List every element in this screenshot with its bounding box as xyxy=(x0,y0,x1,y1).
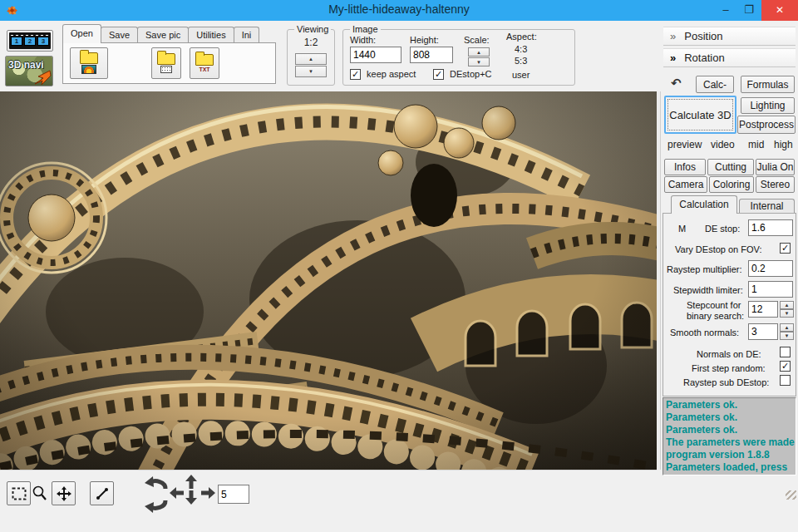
normals-on-de-label: Normals on DE: xyxy=(697,349,761,359)
chevron-double-icon: » xyxy=(670,30,676,42)
height-label: Height: xyxy=(410,35,439,45)
arrow-down-icon[interactable] xyxy=(185,490,197,505)
stepcount-label-line1: Stepcount for xyxy=(687,300,741,310)
maximize-button[interactable]: ❐ xyxy=(736,0,761,21)
height-input[interactable] xyxy=(410,47,453,63)
raystep-sub-destop-label: Raystep sub DEstop: xyxy=(683,377,769,387)
rotate-ccw-icon[interactable] xyxy=(143,475,168,514)
quality-mid-label[interactable]: mid xyxy=(748,139,764,150)
stepcount-label-line2: binary search: xyxy=(687,311,744,321)
tab-save[interactable]: Save xyxy=(101,27,138,44)
zoom-select-button[interactable] xyxy=(7,481,31,505)
viewing-group-label: Viewing xyxy=(294,24,331,34)
raystep-multiplier-label: Raystep multiplier: xyxy=(667,264,741,274)
scale-label: Scale: xyxy=(464,35,490,45)
close-button[interactable]: ✕ xyxy=(761,0,798,21)
de-stop-input[interactable] xyxy=(748,219,793,236)
lighting-button[interactable]: Lighting xyxy=(741,97,795,114)
resize-grip[interactable] xyxy=(786,490,796,500)
spin-up-icon: ▲ xyxy=(785,303,790,308)
undo-button[interactable]: ↶ xyxy=(671,76,682,91)
coloring-button[interactable]: Coloring xyxy=(709,176,754,193)
chevron-double-icon: » xyxy=(670,52,676,64)
folder-icon xyxy=(157,53,175,65)
arrow-up-icon[interactable] xyxy=(185,475,197,489)
titlebar[interactable]: My-little-hideaway-haltenny – ❐ ✕ xyxy=(0,0,798,21)
minimize-button[interactable]: – xyxy=(713,0,738,21)
tab-utilities[interactable]: Utilities xyxy=(188,27,234,44)
aspect-option-5-3[interactable]: 5:3 xyxy=(515,56,527,66)
position-header[interactable]: »Position xyxy=(663,27,796,46)
tab-calculation[interactable]: Calculation xyxy=(671,195,737,214)
film-frame-3: 3 xyxy=(37,37,49,46)
image-group-label: Image xyxy=(350,24,381,34)
calc-minus-button[interactable]: Calc- xyxy=(696,76,734,93)
spin-up-icon: ▲ xyxy=(308,57,313,62)
width-label: Width: xyxy=(350,35,376,45)
navi-3d-button[interactable]: 3D navi xyxy=(5,56,53,86)
vary-destop-checkbox[interactable]: ✓ xyxy=(780,243,791,254)
step-size-input[interactable] xyxy=(218,485,249,504)
open-parameter-button[interactable] xyxy=(151,47,181,79)
status-line: The parameters were made with xyxy=(666,436,793,449)
diagonal-line-icon xyxy=(95,486,110,501)
quality-preview-label[interactable]: preview xyxy=(667,139,702,150)
open-image-button[interactable] xyxy=(70,47,108,79)
film-frame-1: 1 xyxy=(11,37,22,46)
animation-frames-button[interactable]: 1 2 3 xyxy=(7,30,53,52)
cutting-button[interactable]: Cutting xyxy=(707,159,754,175)
rotation-header[interactable]: »Rotation xyxy=(663,48,796,67)
infos-button[interactable]: Infos xyxy=(664,159,706,175)
stereo-button[interactable]: Stereo xyxy=(756,176,795,193)
camera-button[interactable]: Camera xyxy=(664,176,707,193)
first-step-random-checkbox[interactable]: ✓ xyxy=(780,361,791,372)
aspect-option-user[interactable]: user xyxy=(512,70,530,80)
smooth-normals-label: Smooth normals: xyxy=(670,328,739,337)
check-icon: ✓ xyxy=(781,361,789,372)
app-window: My-little-hideaway-haltenny – ❐ ✕ 1 2 3 … xyxy=(0,0,798,532)
quality-high-label[interactable]: high xyxy=(774,139,793,150)
tab-open[interactable]: Open xyxy=(62,24,101,43)
filmstrip-icon: 1 2 3 xyxy=(9,32,51,49)
quality-video-label[interactable]: video xyxy=(711,139,735,150)
viewing-spin-down-button[interactable]: ▼ xyxy=(295,66,327,77)
raystep-sub-destop-checkbox[interactable] xyxy=(780,375,791,386)
normals-on-de-checkbox[interactable] xyxy=(780,347,791,357)
keep-aspect-checkbox[interactable]: ✓ xyxy=(350,69,361,80)
fractal-render[interactable] xyxy=(0,91,657,470)
viewing-ratio-value: 1:2 xyxy=(288,37,334,48)
stepcount-spin-up-button[interactable]: ▲ xyxy=(780,301,794,309)
smooth-spin-down-button[interactable]: ▼ xyxy=(780,332,794,340)
arrow-right-icon[interactable] xyxy=(201,487,215,499)
status-line: Parameters ok. xyxy=(666,424,793,436)
move-view-button[interactable] xyxy=(52,481,76,505)
arrow-left-icon[interactable] xyxy=(170,487,184,499)
step-line-button[interactable] xyxy=(90,481,114,505)
raystep-multiplier-input[interactable] xyxy=(748,260,793,277)
folder-icon xyxy=(80,52,98,64)
destop-c-checkbox[interactable]: ✓ xyxy=(433,69,444,80)
stepcount-input[interactable] xyxy=(748,301,778,318)
tab-ini[interactable]: Ini xyxy=(234,27,260,44)
postprocess-button[interactable]: Postprocess xyxy=(737,116,796,134)
navi-arrow-icon xyxy=(30,69,52,86)
spin-up-icon: ▲ xyxy=(476,50,481,55)
open-text-button[interactable]: TXT xyxy=(190,47,219,79)
status-line: Parameters loaded, press xyxy=(666,461,793,474)
tab-save-pic[interactable]: Save pic xyxy=(137,27,189,44)
smooth-normals-input[interactable] xyxy=(748,323,778,340)
stepcount-spin-down-button[interactable]: ▼ xyxy=(780,309,794,318)
calculate-3d-button[interactable]: Calculate 3D xyxy=(664,96,736,134)
scale-spin-down-button[interactable]: ▼ xyxy=(468,57,490,66)
width-input[interactable] xyxy=(350,47,401,63)
smooth-spin-up-button[interactable]: ▲ xyxy=(780,323,794,332)
scale-spin-up-button[interactable]: ▲ xyxy=(468,47,490,57)
stepwidth-limiter-input[interactable] xyxy=(748,281,793,298)
spin-down-icon: ▼ xyxy=(308,69,313,74)
julia-on-button[interactable]: Julia On xyxy=(756,159,795,175)
tab-internal[interactable]: Internal xyxy=(739,199,795,214)
aspect-option-4-3[interactable]: 4:3 xyxy=(515,44,527,54)
image-group: Image Width: Height: Scale: ▲ ▼ Aspect: … xyxy=(342,29,575,86)
formulas-button[interactable]: Formulas xyxy=(741,76,795,93)
viewing-spin-up-button[interactable]: ▲ xyxy=(295,53,327,65)
